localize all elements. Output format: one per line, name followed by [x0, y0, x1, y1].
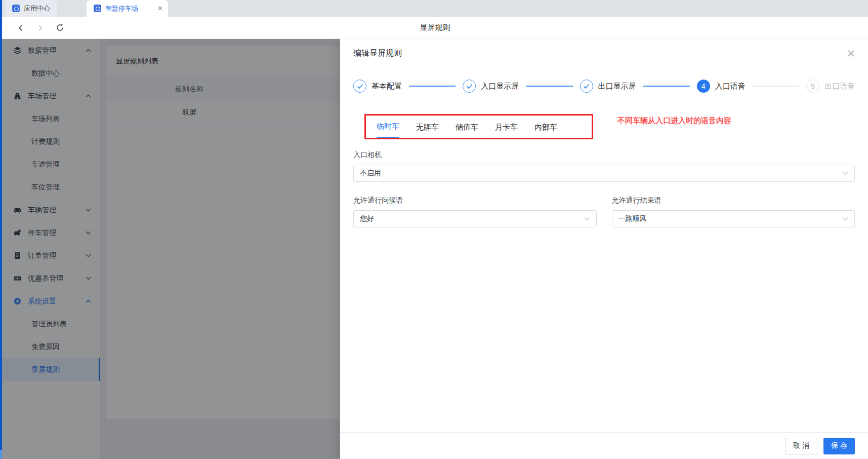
step-entrance-voice[interactable]: 4 入口语音	[697, 80, 746, 93]
tab-temporary-car[interactable]: 临时车	[377, 122, 399, 138]
page-title: 显屏规则	[2, 23, 868, 32]
check-icon	[353, 80, 366, 93]
drawer-footer: 取 消 保 存	[340, 432, 868, 459]
close-tab-icon[interactable]: ✕	[157, 5, 163, 12]
cancel-button[interactable]: 取 消	[785, 438, 817, 454]
drawer-title: 编辑显屏规则	[353, 48, 402, 59]
step-number: 4	[697, 80, 710, 93]
step-number: 5	[806, 80, 819, 93]
check-icon	[463, 80, 476, 93]
step-connector	[526, 86, 572, 87]
ending-label: 允许通行结束语	[612, 196, 855, 205]
voice-form: 入口相机 不启用 允许通行问候语 您好 允许通行结束语 一路顺风	[353, 150, 855, 227]
select-value: 不启用	[360, 169, 381, 178]
vehicle-tabs-area: 临时车 无牌车 储值车 月卡车 内部车 不同车辆从入口进入时的语音内容	[353, 118, 855, 142]
ending-select[interactable]: 一路顺风	[612, 210, 855, 227]
smart-parking-icon	[94, 5, 101, 12]
tab-stored-value-car[interactable]: 储值车	[456, 123, 478, 138]
chevron-down-icon	[584, 217, 590, 221]
tab-internal-car[interactable]: 内部车	[534, 123, 557, 138]
step-connector	[643, 86, 690, 87]
save-button[interactable]: 保 存	[823, 438, 855, 454]
step-wizard: 基本配置 入口显示屏 出口显示屏 4 入口语音 5 出口语音	[353, 80, 855, 93]
tab-app-center[interactable]: 应用中心	[5, 0, 57, 17]
navbar: 显屏规则	[2, 17, 868, 39]
tab-label: 应用中心	[24, 4, 50, 13]
step-exit-voice[interactable]: 5 出口语音	[806, 80, 855, 93]
window-edge-scrollbar[interactable]	[0, 0, 2, 459]
greeting-select[interactable]: 您好	[353, 210, 597, 227]
scrollbar-thumb[interactable]	[0, 450, 2, 459]
check-icon	[580, 80, 593, 93]
step-basic-config[interactable]: 基本配置	[353, 80, 402, 93]
app-center-icon	[12, 5, 20, 12]
annotation-text: 不同车辆从入口进入时的语音内容	[617, 116, 731, 126]
tab-smart-parking[interactable]: 智慧停车场 ✕	[87, 0, 168, 17]
step-entrance-screen[interactable]: 入口显示屏	[463, 80, 519, 93]
chevron-down-icon	[842, 171, 848, 175]
select-value: 您好	[360, 214, 374, 223]
greeting-label: 允许通行问候语	[353, 196, 597, 205]
step-connector	[753, 86, 799, 87]
step-exit-screen[interactable]: 出口显示屏	[580, 80, 636, 93]
close-icon[interactable]	[847, 50, 855, 57]
tab-unlicensed-car[interactable]: 无牌车	[416, 123, 439, 138]
entrance-camera-select[interactable]: 不启用	[353, 165, 855, 182]
entrance-camera-label: 入口相机	[353, 150, 855, 160]
tab-label: 智慧停车场	[105, 4, 138, 13]
step-connector	[409, 86, 456, 87]
edit-display-rule-drawer: 编辑显屏规则 基本配置 入口显示屏 出口显示屏 4 入口语音 5 出口语音	[340, 39, 868, 459]
browser-tabbar: 应用中心 智慧停车场 ✕	[2, 0, 868, 17]
tab-monthly-card-car[interactable]: 月卡车	[495, 123, 518, 138]
select-value: 一路顺风	[618, 214, 647, 223]
chevron-down-icon	[842, 217, 848, 221]
